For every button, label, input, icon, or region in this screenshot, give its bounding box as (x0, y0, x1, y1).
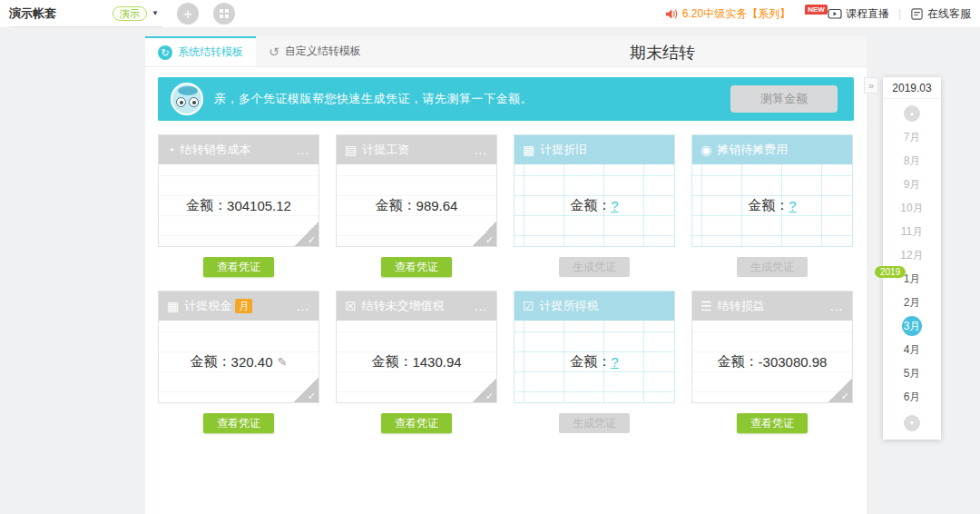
view-voucher-button[interactable]: 查看凭证 (737, 413, 808, 433)
account-name: 演示帐套 (9, 5, 56, 22)
tabbar: ↻ 系统结转模板 ↺ 自定义结转模板 期末结转 (145, 36, 867, 67)
generate-voucher-button[interactable]: 生成凭证 (737, 257, 808, 277)
card-header: ☰ 结转损益 … (692, 292, 852, 321)
amount-label: 金额： (191, 353, 231, 371)
card-carryover-profit-loss: ☰ 结转损益 … 金额： -303080.98 ✓ 查看凭证 (691, 291, 853, 433)
page-title: 期末结转 (408, 36, 916, 67)
card-header: ◉ 摊销待摊费用 (692, 135, 852, 164)
edit-pencil-icon[interactable]: ✎ (277, 355, 287, 369)
card-header: ▦ 计提税金 月 … (159, 292, 318, 321)
invoice-x-icon: ☒ (345, 300, 357, 312)
card-title: 摊销待摊费用 (717, 142, 788, 158)
amount-unknown-link[interactable]: ? (611, 354, 618, 370)
month-badge: 月 (235, 299, 252, 313)
card-more-button[interactable]: … (296, 301, 310, 311)
month-item-selected[interactable]: 3月 (883, 314, 941, 338)
card-body: 金额： 304105.12 ✓ (159, 164, 318, 246)
tab-label: 自定义结转模板 (285, 44, 361, 59)
card-title: 结转未交增值税 (362, 298, 445, 314)
month-item[interactable]: 9月 (883, 173, 941, 196)
live-course-link[interactable]: 课程直播 (846, 6, 889, 22)
amount-unknown-link[interactable]: ? (789, 198, 796, 213)
account-switcher[interactable]: 演示帐套 演示 ▼ (9, 1, 162, 27)
card-accrue-salary: ▤ 计提工资 … 金额： 989.64 ✓ 查看凭证 (336, 134, 497, 277)
new-badge: NEW (805, 5, 828, 15)
card-body: 金额： 1430.94 ✓ (337, 321, 496, 402)
card-more-button[interactable]: … (829, 301, 844, 311)
month-item[interactable]: 2月 (883, 291, 941, 314)
card-body: 金额： 989.64 ✓ (337, 164, 496, 246)
amount-label: 金额： (718, 353, 759, 371)
scroll-down-button[interactable]: ▼ (904, 415, 920, 431)
amount-label: 金额： (570, 353, 611, 371)
view-voucher-button[interactable]: 查看凭证 (381, 413, 452, 433)
video-icon (828, 6, 842, 21)
amount-label: 金额： (186, 197, 227, 214)
month-item[interactable]: 11月 (883, 220, 941, 243)
online-support-link[interactable]: 在线客服 (927, 6, 971, 22)
scroll-up-button[interactable]: ▲ (904, 105, 920, 122)
month-item[interactable]: 4月 (883, 338, 941, 361)
profit-icon: ☰ (701, 300, 712, 312)
chevron-down-icon[interactable]: ▼ (152, 9, 159, 17)
add-button[interactable]: + (177, 3, 199, 25)
apps-grid-icon (220, 9, 229, 18)
card-more-button[interactable]: … (296, 145, 310, 154)
period-calendar: 2019.03 ▲ 7月 8月 9月 10月 11月 12月 2019 1月 2… (883, 77, 941, 440)
card-title: 结转销售成本 (180, 142, 250, 158)
month-item[interactable]: 8月 (883, 149, 941, 173)
closing-cards-grid: ◔ 结转销售成本 … 金额： 304105.12 ✓ 查看凭证 ▤ 计提工资 … (145, 121, 867, 447)
card-carryover-unpaid-vat: ☒ 结转未交增值税 … 金额： 1430.94 ✓ 查看凭证 (336, 291, 497, 433)
view-voucher-button[interactable]: 查看凭证 (203, 257, 274, 277)
card-amortize-prepaid-expense: ◉ 摊销待摊费用 金额： ? 生成凭证 (691, 134, 853, 277)
month-item[interactable]: 10月 (883, 196, 941, 220)
hint-banner: 亲，多个凭证模版帮您快速生成凭证，请先测算一下金额。 测算金额 (158, 77, 854, 121)
month-item[interactable]: 12月 (883, 243, 941, 267)
promo-link[interactable]: 6.20中级实务【系列】 (682, 6, 790, 22)
custom-template-icon: ↺ (269, 44, 279, 59)
apps-button[interactable] (213, 3, 235, 25)
card-accrue-depreciation: ▦ 计提折旧 金额： ? 生成凭证 (514, 134, 675, 277)
amount-label: 金额： (376, 197, 416, 214)
card-title: 计提税金 (184, 298, 231, 314)
coin-icon: ◉ (701, 143, 711, 156)
generate-voucher-button[interactable]: 生成凭证 (559, 257, 630, 277)
amount-label: 金额： (748, 197, 789, 214)
calendar-collapse-button[interactable]: » (864, 77, 878, 94)
card-more-button[interactable]: … (474, 301, 488, 311)
month-item[interactable]: 6月 (883, 385, 941, 409)
month-item[interactable]: 5月 (883, 361, 941, 385)
card-title: 计提所得税 (540, 298, 599, 314)
selected-check-icon: ✓ (294, 222, 318, 246)
view-voucher-button[interactable]: 查看凭证 (203, 413, 274, 433)
month-item[interactable]: 7月 (883, 125, 941, 149)
document-icon: ▦ (523, 143, 534, 156)
card-more-button[interactable]: … (474, 145, 488, 154)
card-title: 结转损益 (718, 298, 765, 314)
card-body: 金额： ? (692, 164, 852, 246)
card-header: ☑ 计提所得税 (514, 292, 674, 321)
card-header: ▤ 计提工资 … (337, 135, 496, 164)
selected-check-icon: ✓ (472, 378, 496, 402)
calculate-amount-button[interactable]: 测算金额 (730, 85, 838, 113)
checklist-icon: ☑ (523, 300, 534, 312)
selected-check-icon: ✓ (294, 378, 318, 402)
view-voucher-button[interactable]: 查看凭证 (381, 257, 452, 277)
amount-label: 金额： (570, 197, 611, 214)
card-body: 金额： -303080.98 ✓ (692, 321, 852, 402)
amount-value: 1430.94 (412, 354, 461, 370)
card-title: 计提工资 (362, 142, 409, 158)
amount-value: 304105.12 (227, 198, 291, 213)
amount-value: 989.64 (416, 198, 458, 213)
card-body: 金额： ? (514, 164, 674, 246)
card-body: 金额： ? (514, 321, 674, 402)
tab-system-template[interactable]: ↻ 系统结转模板 (145, 36, 256, 66)
amount-unknown-link[interactable]: ? (611, 198, 618, 213)
card-header: ◔ 结转销售成本 … (159, 135, 318, 164)
topbar-right: 6.20中级实务【系列】 NEW 课程直播 | 在线客服 (664, 6, 971, 22)
salary-icon: ▤ (345, 143, 357, 156)
clock-icon: ◔ (167, 143, 174, 156)
amount-value: -303080.98 (759, 354, 828, 370)
generate-voucher-button[interactable]: 生成凭证 (559, 413, 630, 433)
tab-custom-template[interactable]: ↺ 自定义结转模板 (256, 36, 374, 66)
